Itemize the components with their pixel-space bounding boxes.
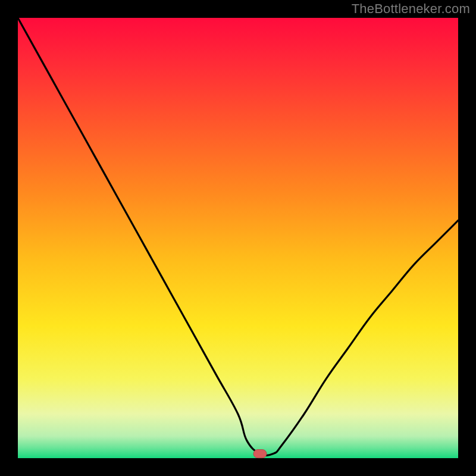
- watermark-text: TheBottleneker.com: [352, 1, 470, 17]
- plot-background: [18, 18, 458, 458]
- minimum-marker: [253, 450, 267, 458]
- bottleneck-chart: [0, 0, 476, 476]
- chart-stage: TheBottleneker.com: [0, 0, 476, 476]
